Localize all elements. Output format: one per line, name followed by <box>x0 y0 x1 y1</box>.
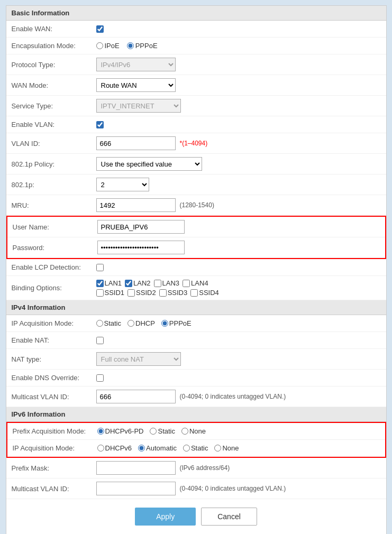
nat-type-select[interactable]: Full cone NAT <box>96 352 181 366</box>
ssid4-label[interactable]: SSID4 <box>190 289 219 297</box>
dot1p-policy-select[interactable]: Use the specified value <box>96 157 202 171</box>
prefix-acq-control: DHCPv6-PD Static None <box>97 427 380 435</box>
lcp-checkbox[interactable] <box>96 264 104 271</box>
dhcpv6-label[interactable]: DHCPv6 <box>97 444 132 452</box>
vlan-id-label: VLAN ID: <box>12 140 96 148</box>
encap-mode-label: Encapsulation Mode: <box>12 42 96 50</box>
prefix-none-radio[interactable] <box>181 428 188 435</box>
dot1p-control: 2 <box>96 178 381 191</box>
automatic-label[interactable]: Automatic <box>138 444 177 452</box>
nat-type-control: Full cone NAT <box>96 352 381 366</box>
protocol-type-select[interactable]: IPv4/IPv6 <box>96 58 176 71</box>
enable-vlan-checkbox[interactable] <box>96 121 104 128</box>
multicast-vlan-ipv4-input[interactable] <box>96 390 176 403</box>
prefix-mask-label: Prefix Mask: <box>12 464 96 472</box>
protocol-type-label: Protocol Type: <box>12 61 96 69</box>
static-ipv4-radio[interactable] <box>96 320 103 327</box>
mru-hint: (1280-1540) <box>180 201 214 209</box>
ssid3-label[interactable]: SSID3 <box>159 289 188 297</box>
lan2-label[interactable]: LAN2 <box>125 279 151 287</box>
dot1p-policy-row: 802.1p Policy: Use the specified value <box>6 154 386 174</box>
lan4-label[interactable]: LAN4 <box>183 279 208 287</box>
ipoe-radio[interactable] <box>96 42 103 49</box>
dot1p-label: 802.1p: <box>12 181 96 189</box>
dns-override-checkbox[interactable] <box>96 374 104 382</box>
multicast-vlan-ipv6-input[interactable] <box>96 482 176 495</box>
encap-mode-control: IPoE PPPoE <box>96 42 381 50</box>
lan3-label[interactable]: LAN3 <box>154 279 180 287</box>
username-label: User Name: <box>13 223 97 231</box>
username-row: User Name: <box>7 217 385 237</box>
static-ipv4-label[interactable]: Static <box>96 319 122 327</box>
password-row: Password: <box>7 237 385 258</box>
ipv6-none-radio[interactable] <box>214 445 221 452</box>
multicast-vlan-ipv6-label: Multicast VLAN ID: <box>12 485 96 493</box>
lan1-checkbox[interactable] <box>96 280 104 287</box>
service-type-control: IPTV_INTERNET <box>96 99 381 113</box>
vlan-id-control: *(1–4094) <box>96 136 381 150</box>
enable-nat-label: Enable NAT: <box>12 336 96 344</box>
lan4-checkbox[interactable] <box>183 280 190 287</box>
enable-vlan-label: Enable VLAN: <box>12 121 96 128</box>
enable-wan-checkbox[interactable] <box>96 25 104 33</box>
automatic-radio[interactable] <box>138 445 145 452</box>
multicast-vlan-ipv4-label: Multicast VLAN ID: <box>12 393 96 401</box>
lan2-checkbox[interactable] <box>125 280 132 287</box>
vlan-id-input[interactable] <box>96 136 176 150</box>
prefix-none-label[interactable]: None <box>181 427 206 435</box>
enable-nat-checkbox[interactable] <box>96 337 104 344</box>
ipv6-static-label[interactable]: Static <box>183 444 208 452</box>
ssid2-checkbox[interactable] <box>127 289 135 297</box>
username-input[interactable] <box>97 220 185 234</box>
pppoe-ipv4-label[interactable]: PPPoE <box>161 319 192 327</box>
encap-mode-row: Encapsulation Mode: IPoE PPPoE <box>6 38 386 54</box>
dhcpv6-radio[interactable] <box>97 445 104 452</box>
pppoe-radio[interactable] <box>127 42 134 49</box>
wan-mode-select[interactable]: Route WAN <box>96 78 176 92</box>
ssid3-checkbox[interactable] <box>159 289 167 297</box>
ipv4-acq-label: IP Acquisition Mode: <box>12 319 96 327</box>
enable-nat-row: Enable NAT: <box>6 332 386 349</box>
apply-button[interactable]: Apply <box>135 508 196 526</box>
dhcpv6pd-radio[interactable] <box>97 428 104 435</box>
mru-input[interactable] <box>96 198 176 212</box>
wan-mode-control: Route WAN <box>96 78 381 92</box>
ssid2-label[interactable]: SSID2 <box>127 289 156 297</box>
service-type-row: Service Type: IPTV_INTERNET <box>6 96 386 116</box>
ipv4-info-header: IPv4 Information <box>6 300 386 315</box>
ipv6-acq-control: DHCPv6 Automatic Static None <box>97 444 380 452</box>
lan3-checkbox[interactable] <box>154 280 161 287</box>
ssid1-checkbox[interactable] <box>96 289 104 297</box>
ssid1-label[interactable]: SSID1 <box>96 289 125 297</box>
multicast-vlan-ipv6-control: (0-4094; 0 indicates untagged VLAN.) <box>96 482 381 495</box>
dhcpv6pd-label[interactable]: DHCPv6-PD <box>97 427 144 435</box>
service-type-label: Service Type: <box>12 102 96 110</box>
prefix-mask-input[interactable] <box>96 461 176 475</box>
ipoe-label[interactable]: IPoE <box>96 42 120 50</box>
ipv6-static-radio[interactable] <box>183 445 190 452</box>
lan1-label[interactable]: LAN1 <box>96 279 122 287</box>
ipv6-none-label[interactable]: None <box>214 444 239 452</box>
prefix-acq-label: Prefix Acquisition Mode: <box>13 427 97 435</box>
pppoe-ipv4-radio[interactable] <box>161 320 168 327</box>
wan-mode-row: WAN Mode: Route WAN <box>6 75 386 96</box>
nat-type-label: NAT type: <box>12 355 96 363</box>
pppoe-label[interactable]: PPPoE <box>127 42 158 50</box>
mru-row: MRU: (1280-1540) <box>6 195 386 216</box>
dns-override-label: Enable DNS Override: <box>12 374 96 382</box>
password-control <box>97 241 380 254</box>
dot1p-policy-label: 802.1p Policy: <box>12 160 96 168</box>
prefix-mask-hint: (IPv6 address/64) <box>180 464 230 472</box>
binding-options-row: Binding Options: LAN1 LAN2 LAN3 <box>6 276 386 300</box>
service-type-select[interactable]: IPTV_INTERNET <box>96 99 181 113</box>
cancel-button[interactable]: Cancel <box>201 508 257 526</box>
password-input[interactable] <box>97 241 185 254</box>
dhcp-label[interactable]: DHCP <box>127 319 155 327</box>
prefix-static-label[interactable]: Static <box>150 427 175 435</box>
dot1p-select[interactable]: 2 <box>96 178 149 191</box>
dhcp-radio[interactable] <box>127 320 134 327</box>
ssid4-checkbox[interactable] <box>190 289 198 297</box>
enable-wan-control <box>96 25 381 33</box>
ipv6-highlight-box: Prefix Acquisition Mode: DHCPv6-PD Stati… <box>6 422 386 458</box>
prefix-static-radio[interactable] <box>150 428 157 435</box>
